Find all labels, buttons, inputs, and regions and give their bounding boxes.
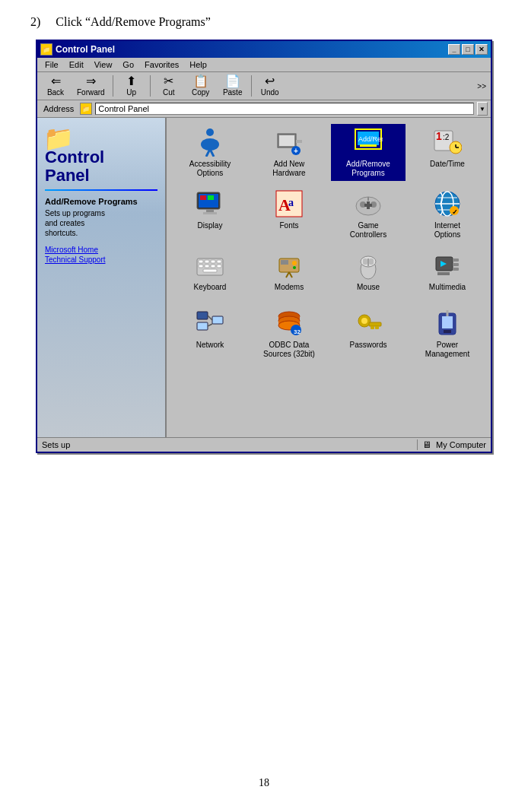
cut-label: Cut — [163, 88, 175, 97]
menu-file[interactable]: File — [40, 59, 63, 70]
up-button[interactable]: ⬆ Up — [116, 74, 147, 98]
svg-rect-61 — [369, 259, 374, 265]
svg-rect-83 — [375, 326, 379, 329]
maximize-button[interactable]: □ — [462, 44, 474, 55]
toolbar-more[interactable]: >> — [476, 81, 488, 92]
menu-bar: File Edit View Go Favorites Help — [37, 58, 491, 72]
svg-point-81 — [361, 318, 367, 324]
mouse-icon — [353, 250, 383, 281]
technical-support-link[interactable]: Technical Support — [45, 255, 157, 264]
copy-button[interactable]: 📋 Copy — [186, 74, 216, 98]
up-icon: ⬆ — [126, 75, 136, 87]
forward-label: Forward — [77, 88, 105, 97]
status-text: Sets up — [42, 440, 412, 449]
instruction-number: 2) — [30, 15, 40, 28]
address-field[interactable]: Control Panel — [95, 103, 474, 115]
svg-line-56 — [289, 272, 292, 278]
menu-edit[interactable]: Edit — [65, 59, 88, 70]
address-icon: 📁 — [80, 103, 92, 115]
main-content: 📁 Control Panel Add/Remove Programs Sets… — [37, 118, 491, 437]
address-label: Address — [40, 103, 77, 114]
back-button[interactable]: ⇐ Back — [40, 74, 71, 98]
power-label: PowerManagement — [425, 341, 469, 359]
svg-point-53 — [292, 261, 297, 265]
svg-rect-48 — [211, 265, 215, 268]
add-hardware-icon: + — [274, 127, 304, 157]
svg-point-54 — [293, 266, 296, 269]
title-bar-buttons: _ □ ✕ — [448, 44, 488, 55]
svg-line-55 — [286, 272, 289, 278]
icon-datetime[interactable]: 1 :2 Date/Time — [410, 124, 485, 181]
paste-button[interactable]: 📄 Paste — [218, 74, 248, 98]
undo-label: Undo — [261, 88, 279, 97]
close-button[interactable]: ✕ — [476, 44, 488, 55]
icon-keyboard[interactable]: Keyboard — [173, 247, 247, 300]
addremove-label: Add/RemovePrograms — [346, 160, 390, 178]
display-label: Display — [198, 221, 223, 230]
accessibility-label: AccessibilityOptions — [189, 160, 231, 178]
internet-label: InternetOptions — [434, 221, 460, 239]
title-bar-left: 📁 Control Panel — [40, 43, 115, 56]
icon-game[interactable]: GameControllers — [331, 186, 406, 243]
minimize-button[interactable]: _ — [448, 44, 460, 55]
svg-rect-68 — [197, 312, 208, 319]
icon-passwords[interactable]: Passwords — [331, 305, 406, 362]
icon-mouse[interactable]: Mouse — [331, 247, 406, 300]
svg-rect-69 — [197, 322, 208, 330]
svg-text:1: 1 — [436, 130, 442, 142]
back-icon: ⇐ — [51, 75, 61, 87]
icon-addremove[interactable]: Add/Remove Add/RemovePrograms — [331, 124, 406, 181]
undo-button[interactable]: ↩ Undo — [255, 74, 285, 98]
svg-rect-42 — [199, 260, 203, 263]
address-dropdown[interactable]: ▼ — [477, 102, 488, 116]
icon-display[interactable]: Display — [173, 186, 247, 243]
svg-rect-82 — [369, 322, 381, 326]
svg-rect-11 — [360, 144, 377, 147]
svg-rect-43 — [205, 260, 209, 263]
keyboard-icon — [195, 250, 225, 281]
menu-view[interactable]: View — [90, 59, 117, 70]
status-bar: Sets up 🖥 My Computer — [37, 437, 491, 452]
svg-rect-50 — [203, 269, 217, 272]
icon-fonts[interactable]: A a Fonts — [252, 186, 326, 243]
odbc-icon: 32 — [274, 308, 304, 338]
toolbar: ⇐ Back ⇒ Forward ⬆ Up ✂ Cut 📋 Copy 📄 Pas… — [37, 72, 491, 100]
fonts-icon: A a — [274, 189, 304, 219]
cut-button[interactable]: ✂ Cut — [154, 74, 184, 98]
forward-icon: ⇒ — [86, 75, 96, 87]
control-panel-window: 📁 Control Panel _ □ ✕ File Edit View Go … — [36, 40, 492, 453]
back-label: Back — [47, 88, 64, 97]
toolbar-separator-2 — [150, 75, 151, 97]
keyboard-label: Keyboard — [194, 283, 227, 292]
modems-label: Modems — [275, 283, 304, 292]
svg-point-0 — [206, 128, 214, 136]
menu-go[interactable]: Go — [118, 59, 138, 70]
icon-power[interactable]: PowerManagement — [410, 305, 485, 362]
icon-add-hardware[interactable]: + Add NewHardware — [252, 124, 326, 181]
menu-favorites[interactable]: Favorites — [140, 59, 183, 70]
icon-multimedia[interactable]: Multimedia — [410, 247, 485, 300]
icon-modems[interactable]: Modems — [252, 247, 326, 300]
svg-text:✓: ✓ — [452, 208, 458, 216]
icon-accessibility[interactable]: AccessibilityOptions — [173, 124, 247, 181]
svg-rect-47 — [205, 265, 209, 268]
odbc-label: ODBC DataSources (32bit) — [263, 341, 315, 359]
svg-text:+: + — [294, 147, 298, 155]
power-icon — [432, 308, 463, 338]
modems-icon — [274, 250, 304, 281]
internet-icon: ✓ — [432, 189, 463, 219]
menu-help[interactable]: Help — [185, 59, 212, 70]
icon-odbc[interactable]: 32 ODBC DataSources (32bit) — [252, 305, 326, 362]
forward-button[interactable]: ⇒ Forward — [72, 74, 110, 98]
window-title: Control Panel — [56, 44, 115, 55]
icon-internet[interactable]: ✓ InternetOptions — [410, 186, 485, 243]
icon-network[interactable]: Network — [173, 305, 247, 362]
microsoft-home-link[interactable]: Microsoft Home — [45, 246, 157, 254]
title-bar: 📁 Control Panel _ □ ✕ — [37, 41, 491, 58]
svg-text:Add/Remove: Add/Remove — [358, 135, 383, 143]
svg-rect-84 — [371, 326, 374, 329]
cp-divider — [45, 189, 157, 191]
svg-text:a: a — [288, 197, 294, 208]
svg-rect-49 — [217, 265, 221, 268]
svg-rect-65 — [453, 263, 459, 266]
